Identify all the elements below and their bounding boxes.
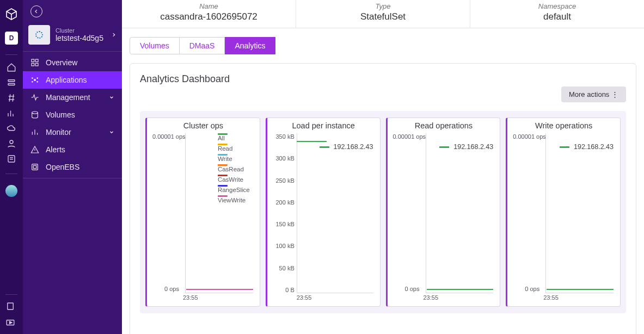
legend-label: 192.168.2.43: [453, 143, 493, 151]
panel-title: Analytics Dashboard: [140, 73, 626, 85]
chart-title: Load per instance: [272, 121, 376, 130]
svg-rect-34: [33, 165, 36, 168]
tab-volumes[interactable]: Volumes: [130, 37, 180, 54]
home-icon[interactable]: [7, 63, 16, 72]
svg-rect-33: [32, 164, 38, 170]
sidebar-item-label: Volumes: [46, 110, 75, 119]
chart-legend: AllReadWriteCasReadCasWriteRangeSliceVie…: [218, 133, 250, 203]
info-label: Name: [122, 2, 296, 10]
chart-line: [547, 289, 614, 290]
info-bar: Name cassandra-1602695072 Type StatefulS…: [122, 0, 644, 28]
avatar[interactable]: [5, 185, 17, 197]
cluster-name: letstest-4d5g5: [56, 34, 106, 42]
info-name: Name cassandra-1602695072: [122, 0, 296, 28]
info-label: Namespace: [470, 2, 644, 10]
stack-icon[interactable]: [7, 78, 16, 88]
svg-line-7: [13, 94, 14, 102]
pulse-icon: [30, 93, 39, 102]
apps-icon: [30, 76, 39, 84]
x-tick: 23:55: [297, 294, 312, 301]
svg-rect-3: [8, 84, 15, 85]
tab-dmaas[interactable]: DMaaS: [180, 37, 225, 54]
logo-icon[interactable]: [5, 8, 18, 21]
sidebar-item-overview[interactable]: Overview: [23, 54, 122, 71]
chart-icon[interactable]: [7, 108, 16, 118]
cluster-selector[interactable]: Cluster letstest-4d5g5: [23, 17, 122, 50]
svg-rect-19: [32, 59, 34, 62]
y-ticks: 350 kB300 kB250 kB200 kB150 kB100 kB50 k…: [273, 133, 295, 293]
sidebar-item-applications[interactable]: Applications: [23, 71, 122, 89]
monitor-icon: [30, 128, 39, 137]
svg-point-24: [32, 77, 33, 79]
svg-line-11: [8, 110, 16, 116]
sidebar-item-volumes[interactable]: Volumes: [23, 106, 122, 123]
chart-read: Read operations 0.00001 ops 192.168.2.43…: [386, 117, 501, 307]
svg-rect-20: [35, 59, 38, 62]
chart-load: Load per instance 350 kB300 kB250 kB200 …: [266, 117, 381, 307]
cluster-label: Cluster: [56, 27, 106, 34]
cluster-icon: [28, 25, 50, 45]
svg-point-27: [36, 81, 38, 83]
y-tick: 0.00001 ops: [152, 133, 186, 140]
tab-bar: Volumes DMaaS Analytics: [130, 37, 644, 54]
info-value: StatefulSet: [296, 11, 470, 22]
openebs-icon: [30, 163, 39, 171]
chart-cluster-ops: Cluster ops 0.00001 ops 0 ops 23:55 AllR…: [145, 117, 260, 307]
svg-point-26: [32, 81, 33, 83]
svg-point-23: [34, 79, 36, 81]
info-label: Type: [296, 2, 470, 10]
database-icon: [30, 110, 39, 119]
info-value: default: [470, 11, 644, 22]
icon-rail: D: [0, 0, 23, 334]
chart-write: Write operations 0.00001 ops 192.168.2.4…: [506, 117, 621, 307]
sidebar-item-label: Monitor: [46, 128, 71, 137]
back-button[interactable]: [30, 5, 42, 17]
svg-marker-18: [10, 321, 13, 324]
svg-point-12: [10, 140, 13, 144]
y-tick: 0 ops: [405, 286, 420, 292]
billing-icon[interactable]: [7, 154, 16, 164]
more-actions-button[interactable]: More actions ⋮: [561, 86, 626, 102]
tab-analytics[interactable]: Analytics: [225, 37, 275, 54]
svg-rect-16: [8, 303, 14, 310]
analytics-panel: Analytics Dashboard More actions ⋮ Clust…: [130, 63, 636, 334]
sidebar-item-openebs[interactable]: OpenEBS: [23, 158, 122, 176]
chart-legend: 192.168.2.43: [320, 143, 373, 151]
y-tick: 0 ops: [164, 286, 179, 292]
x-tick: 23:55: [543, 294, 559, 301]
sidebar-nav: Overview Applications Management Volumes…: [23, 54, 122, 176]
chart-line: [297, 141, 327, 142]
sidebar-item-label: OpenEBS: [46, 163, 79, 171]
svg-rect-21: [32, 63, 34, 66]
legend-label: 192.168.2.43: [334, 143, 373, 151]
chevron-right-icon: [111, 31, 116, 39]
y-tick: 0 ops: [525, 286, 539, 292]
chart-title: Write operations: [512, 121, 616, 130]
y-tick: 0.00001 ops: [513, 133, 546, 140]
user-icon[interactable]: [7, 139, 16, 149]
sidebar-item-management[interactable]: Management: [23, 89, 122, 106]
video-icon[interactable]: [5, 318, 15, 327]
sidebar-item-alerts[interactable]: Alerts: [23, 141, 122, 158]
alert-icon: [30, 145, 39, 154]
info-type: Type StatefulSet: [296, 0, 470, 28]
chart-title: Cluster ops: [151, 121, 255, 130]
docs-icon[interactable]: [5, 301, 15, 311]
grid-icon: [30, 58, 39, 67]
svg-point-28: [32, 112, 38, 114]
sidebar: Cluster letstest-4d5g5 Overview Applicat…: [23, 0, 122, 334]
chart-line: [186, 289, 253, 290]
chart-legend: 192.168.2.43: [439, 143, 493, 151]
legend-label: 192.168.2.43: [574, 143, 614, 151]
org-badge[interactable]: D: [5, 32, 18, 45]
sidebar-item-label: Applications: [46, 76, 87, 84]
x-tick: 23:55: [424, 294, 439, 301]
hash-icon[interactable]: [7, 93, 16, 103]
chart-grid: Cluster ops 0.00001 ops 0 ops 23:55 AllR…: [140, 111, 626, 313]
chevron-down-icon: [109, 95, 114, 100]
chart-title: Read operations: [392, 121, 496, 130]
sidebar-item-monitor[interactable]: Monitor: [23, 123, 122, 141]
sidebar-item-label: Alerts: [46, 145, 65, 154]
sidebar-item-label: Management: [46, 93, 90, 102]
cloud-icon[interactable]: [7, 123, 16, 133]
